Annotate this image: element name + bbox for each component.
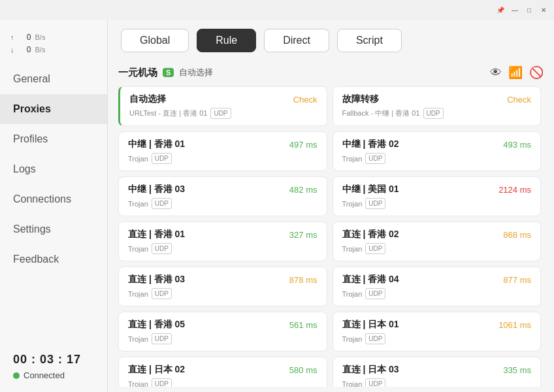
proxy-card-header: 直连 | 香港 03 878 ms (128, 274, 318, 286)
proxy-card[interactable]: 自动选择 Check URLTest - 直连 | 香港 01 UDP (118, 86, 327, 126)
proxy-meta: Trojan UDP (128, 288, 318, 299)
proxy-name: 直连 | 香港 01 (128, 229, 185, 240)
proxy-card[interactable]: 直连 | 香港 01 327 ms Trojan UDP (118, 221, 327, 261)
proxy-type: Trojan (128, 245, 148, 253)
sidebar-item-connections[interactable]: Connections (0, 184, 107, 214)
wifi-icon[interactable]: 📶 (508, 65, 523, 80)
sidebar-item-profiles[interactable]: Profiles (0, 124, 107, 154)
sidebar-item-feedback[interactable]: Feedback (0, 244, 107, 274)
proxy-meta: Fallback - 中继 | 香港 01 UDP (342, 108, 532, 119)
sidebar-item-general[interactable]: General (0, 64, 107, 94)
timer: 00 : 03 : 17 (13, 353, 94, 367)
proxy-card[interactable]: 中继 | 香港 01 497 ms Trojan UDP (118, 131, 327, 171)
proxy-name: 直连 | 香港 04 (342, 274, 399, 286)
sidebar-item-logs[interactable]: Logs (0, 154, 107, 184)
group-header: 一元机场 S 自动选择 👁 📶 🚫 (118, 61, 544, 86)
proxy-card-header: 中继 | 香港 03 482 ms (128, 184, 318, 195)
proxy-check[interactable]: Check (293, 95, 318, 105)
mode-direct-button[interactable]: Direct (264, 29, 329, 52)
proxy-meta: Trojan UDP (128, 153, 318, 164)
pin-button[interactable]: 📌 (495, 5, 506, 15)
proxy-type: Trojan (128, 290, 148, 298)
connected-dot (13, 372, 20, 379)
proxy-card[interactable]: 直连 | 香港 02 868 ms Trojan UDP (333, 221, 542, 261)
proxy-meta: Trojan UDP (342, 288, 532, 299)
sidebar-item-settings[interactable]: Settings (0, 214, 107, 244)
proxy-card[interactable]: 中继 | 香港 03 482 ms Trojan UDP (118, 176, 327, 216)
download-value: 0 (18, 44, 31, 56)
connected-row: Connected (13, 370, 94, 380)
sidebar: ↑ 0 B/s ↓ 0 B/s General Proxies Profiles… (0, 20, 108, 392)
udp-badge: UDP (152, 153, 172, 164)
connected-label: Connected (24, 370, 65, 380)
download-unit: B/s (35, 44, 46, 56)
proxy-meta: Trojan UDP (342, 153, 532, 164)
proxy-card-header: 直连 | 香港 01 327 ms (128, 229, 318, 240)
upload-unit: B/s (35, 32, 46, 44)
proxy-card[interactable]: 直连 | 香港 04 877 ms Trojan UDP (333, 267, 542, 306)
group-badge: S (163, 68, 174, 77)
mode-script-button[interactable]: Script (337, 29, 402, 52)
udp-badge: UDP (152, 333, 172, 344)
proxy-type: Trojan (342, 200, 363, 208)
proxy-grid: 自动选择 Check URLTest - 直连 | 香港 01 UDP 故障转移… (118, 86, 544, 387)
maximize-button[interactable]: □ (524, 5, 534, 15)
udp-badge: UDP (152, 198, 172, 209)
udp-badge: UDP (365, 288, 385, 299)
proxy-meta-text: Fallback - 中继 | 香港 01 (342, 108, 420, 118)
sidebar-item-proxies[interactable]: Proxies (0, 94, 107, 124)
proxy-card[interactable]: 直连 | 香港 03 878 ms Trojan UDP (118, 267, 327, 306)
proxy-meta: Trojan UDP (342, 243, 532, 254)
proxy-type: Trojan (342, 245, 363, 253)
proxy-meta: Trojan UDP (128, 333, 318, 344)
proxy-latency: 497 ms (289, 140, 318, 150)
proxy-name: 中继 | 香港 03 (128, 184, 185, 195)
udp-badge: UDP (365, 153, 385, 164)
proxy-meta: Trojan UDP (342, 378, 532, 387)
udp-badge: UDP (365, 378, 385, 387)
proxy-name: 故障转移 (342, 93, 379, 105)
mode-rule-button[interactable]: Rule (197, 29, 256, 52)
proxy-type: Trojan (128, 335, 148, 343)
proxy-card[interactable]: 直连 | 香港 05 561 ms Trojan UDP (118, 312, 327, 351)
proxy-card-header: 直连 | 香港 05 561 ms (128, 319, 318, 331)
proxy-meta: Trojan UDP (342, 198, 532, 209)
close-button[interactable]: ✕ (538, 5, 549, 15)
proxy-card[interactable]: 中继 | 香港 02 493 ms Trojan UDP (333, 131, 542, 171)
hide-icon[interactable]: 🚫 (529, 65, 544, 80)
proxy-card-header: 直连 | 日本 01 1061 ms (342, 319, 532, 331)
proxy-card[interactable]: 直连 | 日本 01 1061 ms Trojan UDP (333, 312, 542, 351)
proxy-name: 直连 | 香港 05 (128, 319, 185, 331)
proxy-card[interactable]: 故障转移 Check Fallback - 中继 | 香港 01 UDP (333, 86, 542, 126)
proxy-card-header: 直连 | 香港 04 877 ms (342, 274, 532, 286)
proxy-card-header: 直连 | 香港 02 868 ms (342, 229, 532, 240)
proxy-card-header: 故障转移 Check (342, 93, 532, 105)
mode-global-button[interactable]: Global (121, 29, 189, 52)
proxy-name: 直连 | 香港 02 (342, 229, 399, 240)
proxy-latency: 482 ms (289, 185, 318, 195)
proxy-latency: 1061 ms (498, 320, 531, 330)
udp-badge: UDP (152, 243, 172, 254)
proxy-meta-text: URLTest - 直连 | 香港 01 (129, 108, 207, 118)
udp-badge: UDP (365, 243, 385, 254)
proxy-meta: Trojan UDP (128, 198, 318, 209)
proxy-name: 直连 | 日本 03 (342, 364, 399, 376)
proxy-latency: 868 ms (503, 230, 531, 240)
proxy-card[interactable]: 中继 | 美国 01 2124 ms Trojan UDP (333, 176, 542, 216)
proxy-card-header: 直连 | 日本 02 580 ms (128, 364, 318, 376)
proxy-card-header: 中继 | 美国 01 2124 ms (342, 184, 532, 195)
proxy-card[interactable]: 直连 | 日本 03 335 ms Trojan UDP (333, 357, 542, 387)
sidebar-footer: 00 : 03 : 17 Connected (0, 342, 107, 385)
group-icons: 👁 📶 🚫 (490, 65, 544, 80)
udp-badge: UDP (365, 333, 385, 344)
upload-arrow: ↑ (10, 32, 14, 44)
proxy-latency: 580 ms (289, 365, 318, 375)
proxy-check[interactable]: Check (507, 95, 531, 105)
eye-icon[interactable]: 👁 (490, 66, 502, 80)
proxy-latency: 877 ms (503, 275, 531, 285)
minimize-button[interactable]: — (510, 5, 520, 15)
udp-badge: UDP (423, 108, 444, 119)
proxy-card[interactable]: 直连 | 日本 02 580 ms Trojan UDP (118, 357, 327, 387)
proxy-name: 自动选择 (129, 93, 166, 105)
proxy-type: Trojan (128, 155, 148, 163)
